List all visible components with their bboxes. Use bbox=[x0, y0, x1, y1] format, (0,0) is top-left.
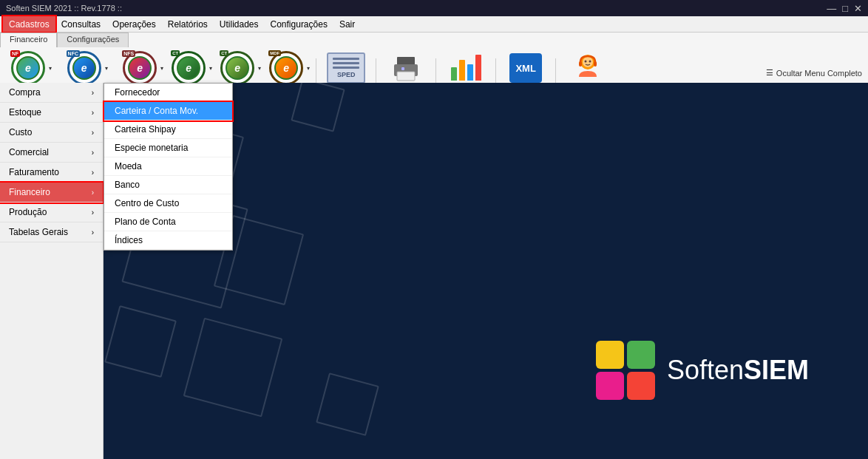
menu-sair[interactable]: Sair bbox=[333, 16, 361, 32]
bg-shape bbox=[316, 373, 379, 436]
xml-icon: XML bbox=[509, 53, 542, 83]
submenu-especie-monetaria[interactable]: Especie monetaria bbox=[104, 139, 232, 157]
logo-soften: Soften bbox=[667, 355, 744, 385]
submenu-carteira-conta-mov[interactable]: Carteira / Conta Mov. bbox=[104, 102, 232, 120]
submenu-banco[interactable]: Banco bbox=[104, 176, 232, 194]
svg-rect-2 bbox=[397, 72, 415, 81]
financeiro-submenu: Fornecedor Carteira / Conta Mov. Carteir… bbox=[104, 83, 233, 251]
sidebar-item-producao[interactable]: Produção › bbox=[0, 203, 103, 222]
menu-operacoes[interactable]: Operações bbox=[106, 16, 162, 32]
arrow-icon: › bbox=[92, 149, 94, 157]
hide-menu-area: ☰ Ocultar Menu Completo bbox=[766, 68, 862, 78]
logo-siem: SIEM bbox=[744, 355, 809, 385]
arrow-icon: › bbox=[92, 228, 94, 237]
tab-configuracoes[interactable]: Configurações bbox=[57, 33, 129, 47]
arrow-icon: › bbox=[92, 89, 94, 97]
chart-icon bbox=[450, 52, 482, 84]
submenu-carteira-shipay[interactable]: Carteira Shipay bbox=[104, 120, 232, 139]
logo-text: SoftenSIEM bbox=[667, 355, 809, 386]
logo-square-pink bbox=[596, 372, 624, 400]
svg-rect-9 bbox=[594, 61, 597, 67]
bg-shape bbox=[104, 305, 177, 378]
bg-shape bbox=[183, 318, 283, 418]
arrow-icon: › bbox=[92, 109, 94, 117]
logo-square-red bbox=[627, 372, 655, 400]
logo-square-yellow bbox=[596, 341, 624, 369]
mdfe-icon: e MDF ▾ bbox=[268, 50, 304, 86]
arrow-icon: › bbox=[92, 208, 94, 217]
svg-rect-8 bbox=[579, 61, 582, 67]
sped-icon: SPED bbox=[327, 52, 365, 84]
menu-bar: Cadastros Consultas Operações Relatórios… bbox=[0, 16, 868, 33]
logo-grid bbox=[596, 341, 655, 400]
sidebar-item-estoque[interactable]: Estoque › bbox=[0, 103, 103, 123]
arrow-icon: › bbox=[92, 169, 94, 177]
svg-point-7 bbox=[589, 61, 591, 63]
support-icon bbox=[570, 50, 606, 86]
svg-point-5 bbox=[583, 57, 593, 67]
tab-financeiro[interactable]: Financeiro bbox=[0, 33, 57, 47]
svg-point-6 bbox=[585, 61, 587, 63]
close-button[interactable]: ✕ bbox=[854, 3, 862, 14]
sidebar-item-faturamento[interactable]: Faturamento › bbox=[0, 163, 103, 183]
hide-menu-label: Ocultar Menu Completo bbox=[776, 69, 862, 78]
window-controls: — □ ✕ bbox=[827, 3, 862, 14]
sidebar-item-financeiro[interactable]: Financeiro › bbox=[0, 183, 103, 203]
nfe-icon: e NF ▾ bbox=[10, 50, 46, 86]
maximize-button[interactable]: □ bbox=[842, 3, 848, 14]
svg-rect-3 bbox=[401, 67, 404, 70]
menu-relatorios[interactable]: Relatórios bbox=[162, 16, 214, 32]
arrow-icon: › bbox=[92, 129, 94, 137]
left-sidebar: Compra › Estoque › Custo › Comercial › F… bbox=[0, 83, 104, 459]
cteos-icon: e CT ▾ bbox=[220, 50, 255, 86]
menu-cadastros[interactable]: Cadastros bbox=[3, 16, 55, 32]
menu-utilidades[interactable]: Utilidades bbox=[214, 16, 265, 32]
toolbar-tabs: Financeiro Configurações bbox=[0, 33, 129, 47]
app-title: Soften SIEM 2021 :: Rev.1778 :: bbox=[6, 4, 122, 13]
hide-menu-button[interactable]: ☰ Ocultar Menu Completo bbox=[766, 68, 862, 78]
arrow-icon: › bbox=[92, 188, 94, 197]
nfse-icon: e NFS ▾ bbox=[122, 50, 157, 86]
sidebar-item-custo[interactable]: Custo › bbox=[0, 123, 103, 143]
logo-area: SoftenSIEM bbox=[596, 341, 809, 400]
title-bar: Soften SIEM 2021 :: Rev.1778 :: — □ ✕ bbox=[0, 0, 868, 16]
submenu-centro-de-custo[interactable]: Centro de Custo bbox=[104, 194, 232, 213]
sidebar-item-tabelas-gerais[interactable]: Tabelas Gerais › bbox=[0, 222, 103, 242]
minimize-button[interactable]: — bbox=[827, 3, 836, 14]
printer-icon bbox=[390, 52, 422, 84]
sidebar-item-comercial[interactable]: Comercial › bbox=[0, 143, 103, 163]
hamburger-icon: ☰ bbox=[766, 68, 773, 78]
bg-shape bbox=[291, 83, 345, 132]
menu-consultas[interactable]: Consultas bbox=[55, 16, 106, 32]
submenu-plano-de-conta[interactable]: Plano de Conta bbox=[104, 213, 232, 231]
submenu-indices[interactable]: Índices bbox=[104, 231, 232, 250]
nfc-icon: e NFC ▾ bbox=[67, 50, 102, 86]
logo-square-green bbox=[627, 341, 655, 369]
sidebar-item-compra[interactable]: Compra › bbox=[0, 83, 103, 103]
menu-configuracoes[interactable]: Configurações bbox=[265, 16, 333, 32]
submenu-fornecedor[interactable]: Fornecedor bbox=[104, 84, 232, 102]
submenu-moeda[interactable]: Moeda bbox=[104, 157, 232, 176]
cte-icon: e CT ▾ bbox=[171, 50, 206, 86]
